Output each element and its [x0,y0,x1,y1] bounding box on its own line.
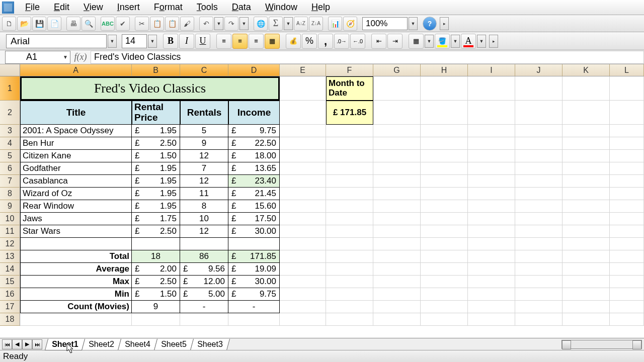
cell[interactable] [610,150,644,162]
cell[interactable]: £2.50 [132,276,180,288]
row-header-18[interactable]: 18 [0,313,20,326]
row-header-3[interactable]: 3 [0,125,20,137]
cell[interactable] [373,101,421,125]
navigator-button[interactable]: 🧭 [343,17,357,31]
cell[interactable]: Casablanca [20,175,132,188]
column-header-L[interactable]: L [610,64,644,76]
menu-data[interactable]: Data [225,0,258,15]
cell[interactable] [515,288,562,301]
cell[interactable]: Godfather [20,162,132,175]
cell[interactable]: Total [20,250,132,263]
row-header-11[interactable]: 11 [0,225,20,238]
cell[interactable] [515,188,562,200]
select-all-corner[interactable] [0,64,20,76]
help-button[interactable]: ? [423,17,437,31]
cell-header-rentals[interactable]: Rentals [180,101,228,125]
cell-month-to-date-label[interactable]: Month to Date [326,76,373,101]
cell[interactable] [610,238,644,250]
borders-button[interactable]: ▦ [409,34,424,49]
cell[interactable] [326,301,373,313]
cell[interactable] [468,250,515,263]
cell[interactable] [280,150,326,162]
cell[interactable] [468,175,515,188]
cell[interactable] [180,313,228,326]
cell[interactable]: £13.65 [228,162,280,175]
currency-button[interactable]: 💰 [286,34,301,49]
menu-format[interactable]: Format [147,0,190,15]
cell[interactable] [610,188,644,200]
cell[interactable] [373,301,421,313]
cell[interactable] [373,263,421,276]
cell[interactable] [132,238,180,250]
cell[interactable]: £1.50 [132,150,180,162]
cell[interactable]: Ben Hur [20,137,132,150]
cell[interactable]: £1.95 [132,125,180,137]
cell[interactable] [373,225,421,238]
tab-nav-first[interactable]: ⏮ [2,339,12,349]
cell[interactable] [373,76,421,101]
copy-button[interactable]: 📋 [150,17,164,31]
cell[interactable] [280,213,326,225]
redo-button[interactable]: ↷ [224,17,238,31]
cell[interactable]: £1.95 [132,188,180,200]
menu-help[interactable]: Help [304,0,337,15]
cell[interactable]: £19.09 [228,263,280,276]
fx-label[interactable]: f(x) [70,52,91,62]
row-header-14[interactable]: 14 [0,263,20,276]
column-header-H[interactable]: H [421,64,468,76]
cell[interactable] [610,301,644,313]
cell[interactable] [20,238,132,250]
fill-color-dropdown[interactable]: ▼ [451,35,460,48]
row-header-2[interactable]: 2 [0,101,20,125]
cell[interactable]: £1.95 [132,200,180,213]
cell[interactable] [280,263,326,276]
sheet-tab-sheet1[interactable]: Sheet1 [45,339,86,350]
cell[interactable] [562,188,610,200]
cell[interactable]: 8 [180,200,228,213]
cell[interactable]: £18.00 [228,150,280,162]
print-button[interactable]: 🖶 [66,17,80,31]
cell[interactable] [326,250,373,263]
cell[interactable] [515,301,562,313]
cell[interactable] [610,263,644,276]
column-header-J[interactable]: J [515,64,562,76]
cell[interactable] [515,276,562,288]
add-decimal-button[interactable]: .0→ [334,34,349,49]
align-center-button[interactable]: ≡ [232,34,248,49]
column-header-D[interactable]: D [228,64,280,76]
cell[interactable] [421,150,468,162]
row-header-1[interactable]: 1 [0,76,20,101]
cell[interactable] [562,263,610,276]
cell[interactable] [421,125,468,137]
cell[interactable] [421,137,468,150]
cell[interactable]: 5 [180,125,228,137]
cell[interactable] [515,238,562,250]
font-name-dropdown[interactable]: ▼ [108,35,117,48]
cell[interactable]: £12.00 [180,276,228,288]
font-color-button[interactable]: A [461,34,476,49]
cell[interactable] [515,150,562,162]
hyperlink-button[interactable]: 🌐 [254,17,268,31]
cell[interactable] [562,137,610,150]
cell[interactable] [280,125,326,137]
cell[interactable]: £171.85 [228,250,280,263]
cell[interactable] [280,188,326,200]
cell[interactable] [421,238,468,250]
redo-dropdown[interactable]: ▼ [239,17,249,30]
cell[interactable] [468,213,515,225]
cell[interactable] [280,276,326,288]
cell[interactable] [468,101,515,125]
cell[interactable] [562,313,610,326]
cell[interactable] [562,76,610,101]
cell[interactable] [562,150,610,162]
row-header-5[interactable]: 5 [0,150,20,162]
cell[interactable] [610,200,644,213]
cell[interactable] [421,162,468,175]
cell[interactable] [610,162,644,175]
column-header-A[interactable]: A [20,64,132,76]
cell[interactable] [326,188,373,200]
sheet-tab-sheet3[interactable]: Sheet3 [190,339,230,350]
cell[interactable] [326,175,373,188]
sum-button[interactable]: Σ [269,17,283,31]
row-header-4[interactable]: 4 [0,137,20,150]
